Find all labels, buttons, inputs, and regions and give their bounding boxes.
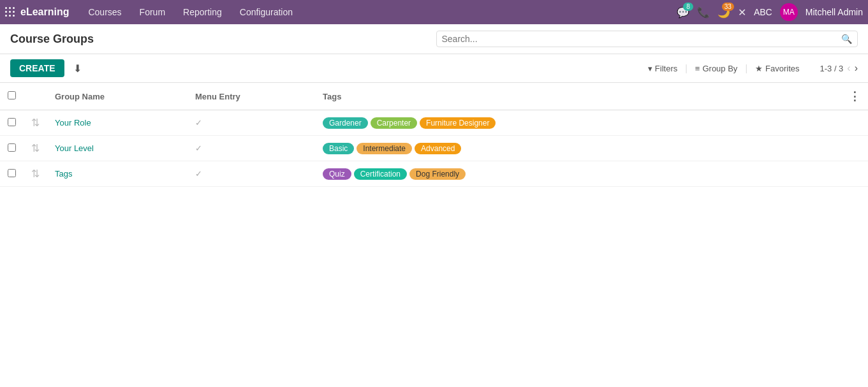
tag-badge[interactable]: Certification bbox=[354, 168, 407, 180]
tag-badge[interactable]: Dog Friendly bbox=[409, 168, 466, 180]
messages-icon[interactable]: 💬 8 bbox=[677, 6, 689, 18]
tags-cell: QuizCertificationDog Friendly bbox=[315, 161, 841, 187]
filter-icon: ▾ bbox=[648, 64, 652, 73]
main-area: Course Groups 🔍 CREATE ⬇ ▾ Filters | ≡ G… bbox=[0, 24, 868, 387]
moon-icon[interactable]: 🌙 33 bbox=[717, 6, 730, 18]
sort-handle[interactable]: ⇅ bbox=[24, 110, 47, 136]
favorites-label: Favorites bbox=[765, 64, 799, 73]
page-toolbar: Course Groups 🔍 bbox=[0, 24, 868, 54]
top-navigation: eLearning Courses Forum Reporting Config… bbox=[0, 0, 868, 24]
search-bar: 🔍 bbox=[436, 31, 858, 47]
table-row: ⇅Tags✓QuizCertificationDog Friendly bbox=[0, 161, 868, 187]
tags-cell: GardenerCarpenterFurniture Designer bbox=[315, 110, 841, 136]
group-name-link[interactable]: Your Role bbox=[55, 118, 91, 128]
group-name-link[interactable]: Your Level bbox=[55, 143, 94, 153]
nav-forum[interactable]: Forum bbox=[136, 4, 169, 20]
sort-col-header bbox=[24, 83, 47, 110]
row-checkbox[interactable] bbox=[8, 118, 16, 126]
table-header-row: Group Name Menu Entry Tags ⋮ bbox=[0, 83, 868, 110]
select-all-checkbox[interactable] bbox=[8, 91, 16, 99]
group-name-header[interactable]: Group Name bbox=[47, 83, 188, 110]
moon-badge: 33 bbox=[722, 3, 734, 11]
nav-right: 💬 8 📞 🌙 33 ✕ ABC MA Mitchell Admin bbox=[677, 3, 863, 21]
filters-label: Filters bbox=[655, 64, 677, 73]
group-icon: ≡ bbox=[695, 64, 700, 73]
row-actions-cell bbox=[841, 136, 868, 161]
grid-icon bbox=[5, 7, 15, 17]
row-checkbox[interactable] bbox=[8, 169, 16, 177]
group-by-label: Group By bbox=[702, 64, 737, 73]
tag-badge[interactable]: Quiz bbox=[323, 168, 351, 180]
row-actions-cell bbox=[841, 110, 868, 136]
search-input[interactable] bbox=[442, 34, 842, 44]
sort-handle[interactable]: ⇅ bbox=[24, 136, 47, 161]
checkmark-icon: ✓ bbox=[195, 169, 202, 179]
kebab-header-icon[interactable]: ⋮ bbox=[849, 90, 860, 103]
app-brand[interactable]: eLearning bbox=[20, 6, 69, 18]
action-bar: CREATE ⬇ ▾ Filters | ≡ Group By | ★ Favo… bbox=[0, 54, 868, 83]
download-button[interactable]: ⬇ bbox=[70, 60, 85, 77]
sort-handle[interactable]: ⇅ bbox=[24, 161, 47, 187]
menu-entry-header[interactable]: Menu Entry bbox=[188, 83, 315, 110]
abc-button[interactable]: ABC bbox=[754, 7, 772, 17]
favorites-button[interactable]: ★ Favorites bbox=[750, 61, 804, 76]
checkmark-icon: ✓ bbox=[195, 143, 202, 153]
prev-page-button[interactable]: ‹ bbox=[847, 62, 850, 74]
close-icon[interactable]: ✕ bbox=[738, 6, 746, 18]
group-name-link[interactable]: Tags bbox=[55, 169, 72, 179]
tag-badge[interactable]: Gardener bbox=[323, 117, 368, 129]
user-name[interactable]: Mitchell Admin bbox=[805, 7, 863, 17]
nav-configuration[interactable]: Configuration bbox=[236, 4, 297, 20]
row-actions-cell bbox=[841, 161, 868, 187]
tag-badge[interactable]: Carpenter bbox=[371, 117, 417, 129]
filters-button[interactable]: ▾ Filters bbox=[643, 61, 682, 76]
divider2: | bbox=[745, 63, 747, 73]
star-icon: ★ bbox=[755, 64, 763, 73]
create-button[interactable]: CREATE bbox=[10, 59, 64, 77]
checkmark-icon: ✓ bbox=[195, 118, 202, 128]
table-body: ⇅Your Role✓GardenerCarpenterFurniture De… bbox=[0, 110, 868, 187]
menu-entry-cell: ✓ bbox=[188, 110, 315, 136]
table-row: ⇅Your Level✓BasicIntermediateAdvanced bbox=[0, 136, 868, 161]
pagination-info: 1-3 / 3 bbox=[820, 64, 843, 73]
nav-links: Courses Forum Reporting Configuration bbox=[84, 4, 676, 20]
table-row: ⇅Your Role✓GardenerCarpenterFurniture De… bbox=[0, 110, 868, 136]
phone-icon[interactable]: 📞 bbox=[697, 6, 710, 18]
avatar[interactable]: MA bbox=[780, 3, 798, 21]
menu-entry-cell: ✓ bbox=[188, 161, 315, 187]
next-page-button[interactable]: › bbox=[855, 62, 858, 74]
nav-reporting[interactable]: Reporting bbox=[179, 4, 226, 20]
pagination: 1-3 / 3 ‹ › bbox=[820, 62, 858, 74]
tag-badge[interactable]: Basic bbox=[323, 143, 354, 154]
tag-badge[interactable]: Furniture Designer bbox=[420, 117, 496, 129]
group-by-button[interactable]: ≡ Group By bbox=[690, 61, 743, 76]
tags-cell: BasicIntermediateAdvanced bbox=[315, 136, 841, 161]
page-title: Course Groups bbox=[10, 33, 421, 46]
filter-actions: ▾ Filters | ≡ Group By | ★ Favorites 1-3… bbox=[643, 61, 858, 76]
apps-menu-button[interactable] bbox=[5, 7, 15, 17]
divider: | bbox=[685, 63, 688, 73]
nav-courses[interactable]: Courses bbox=[84, 4, 125, 20]
tags-header[interactable]: Tags bbox=[315, 83, 841, 110]
search-icon[interactable]: 🔍 bbox=[841, 34, 852, 44]
course-groups-table: Group Name Menu Entry Tags ⋮ ⇅Your Role✓… bbox=[0, 83, 868, 187]
tag-badge[interactable]: Advanced bbox=[415, 143, 461, 154]
messages-badge: 8 bbox=[683, 3, 693, 11]
menu-entry-cell: ✓ bbox=[188, 136, 315, 161]
select-all-header bbox=[0, 83, 24, 110]
tag-badge[interactable]: Intermediate bbox=[357, 143, 412, 154]
more-actions-header: ⋮ bbox=[841, 83, 868, 110]
row-checkbox[interactable] bbox=[8, 143, 16, 152]
